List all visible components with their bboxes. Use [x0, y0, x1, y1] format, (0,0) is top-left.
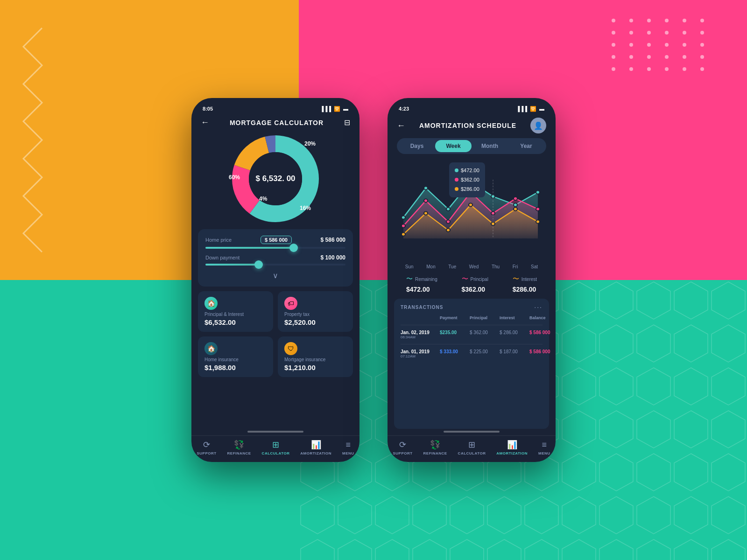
support-icon-2: ⟳: [399, 440, 406, 450]
remaining-label: Remaining: [415, 277, 437, 282]
x-label-wed: Wed: [469, 264, 479, 269]
home-price-thumb[interactable]: [289, 244, 298, 252]
mortgage-insurance-label: Mortgage insurance: [284, 357, 346, 362]
mortgage-insurance-amount: $1,210.00: [284, 364, 346, 371]
down-payment-thumb[interactable]: [254, 260, 263, 269]
amortization-label: AMORTIZATION: [300, 451, 331, 455]
nav-menu[interactable]: ≡ MENU: [342, 440, 354, 455]
mortgage-insurance-card: 🛡 Mortgage insurance $1,210.00: [278, 336, 353, 377]
trans1-time: 06:34AM: [401, 335, 438, 339]
phone1-filter-icon[interactable]: ⊟: [344, 118, 350, 127]
nav-refinance[interactable]: 💱 REFINANCE: [227, 440, 251, 455]
refinance-icon: 💱: [234, 440, 244, 450]
phone1-title: MORTGAGE CALCULATOR: [230, 119, 324, 126]
phones-container: 8:05 ▐▐▐ 🛜 ▬ ← MORTGAGE CALCULATOR ⊟: [0, 0, 747, 560]
support-icon: ⟳: [203, 440, 210, 450]
trans2-time: 07:12AM: [401, 354, 438, 358]
menu-label: MENU: [342, 451, 354, 455]
tab-year[interactable]: Year: [508, 140, 544, 152]
tab-week[interactable]: Week: [435, 140, 472, 152]
menu-icon: ≡: [345, 440, 351, 450]
phone2-title: AMORTIZATION SCHEDULE: [419, 122, 516, 129]
legend-remaining: 〜 Remaining $472.00: [406, 275, 437, 293]
phone1-bottom-nav: ⟳ SUPPORT 💱 REFINANCE ⊞ CALCULATOR 📊 AMO…: [191, 435, 359, 462]
sliders-area: Home price $ 586 000 $ 586 000 Down paym…: [198, 229, 353, 287]
battery-icon-2: ▬: [539, 106, 544, 112]
home-price-value: $ 586 000: [321, 237, 345, 243]
x-label-thu: Thu: [492, 264, 500, 269]
property-tax-icon: 🏷: [284, 297, 297, 310]
trans1-payment: $235.00: [440, 330, 468, 339]
svg-point-30: [536, 220, 540, 223]
phone2-home-indicator: [444, 431, 500, 433]
tab-month[interactable]: Month: [472, 140, 508, 152]
svg-point-17: [402, 224, 405, 227]
transactions-section: TRANSACTIONS ··· Payment Principal Inter…: [394, 299, 549, 429]
tab-days[interactable]: Days: [399, 140, 435, 152]
battery-icon: ▬: [343, 106, 348, 112]
nav2-calculator[interactable]: ⊞ CALCULATOR: [458, 440, 486, 455]
home-price-slider[interactable]: [205, 247, 345, 249]
x-label-mon: Mon: [426, 264, 435, 269]
property-tax-amount: $2,520.00: [284, 318, 346, 326]
svg-point-12: [446, 207, 450, 210]
nav-amortization[interactable]: 📊 AMORTIZATION: [300, 440, 331, 455]
nav-support[interactable]: ⟳ SUPPORT: [197, 440, 216, 455]
nav2-amortization[interactable]: 📊 AMORTIZATION: [496, 440, 528, 455]
phone1-back-button[interactable]: ←: [201, 118, 209, 127]
home-price-row: Home price $ 586 000 $ 586 000: [205, 236, 345, 244]
svg-point-10: [402, 216, 405, 219]
trans2-interest: $ 187.00: [500, 349, 528, 358]
svg-point-19: [446, 220, 450, 223]
nav2-refinance[interactable]: 💱 REFINANCE: [423, 440, 447, 455]
donut-label-20: 20%: [304, 140, 316, 147]
svg-point-27: [469, 203, 472, 206]
phone-mortgage-calculator: 8:05 ▐▐▐ 🛜 ▬ ← MORTGAGE CALCULATOR ⊟: [191, 98, 359, 462]
legend-principal: 〜 Principal $362.00: [462, 275, 488, 293]
phone2-status-icons: ▐▐▐ 🛜 ▬: [516, 106, 544, 112]
nav-calculator[interactable]: ⊞ CALCULATOR: [262, 440, 290, 455]
user-avatar[interactable]: 👤: [530, 118, 546, 133]
expand-icon[interactable]: ∨: [205, 271, 345, 280]
x-label-tue: Tue: [448, 264, 456, 269]
donut-label-16: 16%: [300, 205, 311, 211]
phone1-notch: [252, 98, 299, 109]
svg-point-18: [424, 199, 428, 202]
support-label: SUPPORT: [197, 451, 216, 455]
down-payment-value: $ 100 000: [321, 254, 345, 261]
down-payment-label: Down payment: [205, 255, 240, 260]
transactions-col-headers: Payment Principal Interest Balance: [401, 315, 543, 325]
transactions-title: TRANSACTIONS: [401, 305, 443, 310]
col-balance: Balance: [529, 315, 556, 320]
interest-wave-icon: 〜: [513, 275, 519, 283]
transactions-menu-dots[interactable]: ···: [534, 303, 543, 311]
home-insurance-card: 🏠 Home insurance $1,988.00: [198, 336, 273, 377]
remaining-value: $472.00: [406, 286, 430, 293]
down-payment-slider[interactable]: [205, 264, 345, 266]
principal-legend-value: $362.00: [462, 286, 486, 293]
refinance-label: REFINANCE: [227, 451, 251, 455]
property-tax-card: 🏷 Property tax $2,520.00: [278, 291, 353, 332]
legend-interest: 〜 Interest $286.00: [513, 275, 537, 293]
svg-point-25: [424, 211, 428, 215]
principal-interest-card: 🏠 Principal & Interest $6,532.00: [198, 291, 273, 332]
donut-label-60: 60%: [229, 174, 240, 181]
home-insurance-amount: $1,988.00: [204, 364, 267, 371]
nav2-menu[interactable]: ≡ MENU: [538, 440, 550, 455]
calculator-label: CALCULATOR: [262, 451, 290, 455]
time-tabs: Days Week Month Year: [397, 138, 546, 154]
calculator-label-2: CALCULATOR: [458, 451, 486, 455]
summary-cards: 🏠 Principal & Interest $6,532.00 🏷 Prope…: [198, 291, 353, 377]
phone2-back-button[interactable]: ←: [397, 121, 405, 131]
phone2-notch: [448, 98, 495, 109]
nav2-support[interactable]: ⟳ SUPPORT: [393, 440, 412, 455]
home-price-fill: [205, 247, 294, 249]
signal-icon: ▐▐▐: [320, 106, 331, 112]
tooltip-val3: $286.00: [461, 186, 479, 192]
calculator-icon-2: ⊞: [468, 440, 475, 450]
phone2-time: 4:23: [399, 106, 409, 112]
tooltip-val1: $472.00: [461, 168, 479, 173]
x-label-sat: Sat: [531, 264, 538, 269]
x-label-sun: Sun: [405, 264, 414, 269]
transaction-1: Jan. 02, 2019 06:34AM $235.00 $ 362.00 $…: [401, 330, 543, 344]
